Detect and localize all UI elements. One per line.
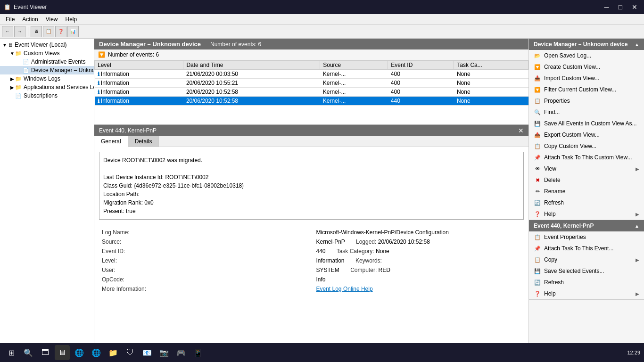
maximize-button[interactable]: □ (616, 2, 625, 12)
col-eventid[interactable]: Event ID (388, 61, 454, 70)
mail-taskbar[interactable]: 📧 (140, 345, 155, 360)
actions-section-header-device-manager[interactable]: Device Manager – Unknown device ▲ (529, 39, 644, 50)
tab-general[interactable]: General (94, 136, 128, 147)
tree-item-custom-views[interactable]: ▼ 📁 Custom Views (0, 49, 94, 58)
action-help-section1[interactable]: ❓ Help ▶ (529, 208, 644, 220)
custom-views-icon: 📁 (15, 50, 22, 57)
expand-root[interactable]: ▼ (2, 42, 8, 48)
tree-item-root[interactable]: ▼ 🖥 Event Viewer (Local) (0, 41, 94, 49)
app-title: Event Viewer (14, 4, 47, 10)
meta-user-value: SYSTEM Computer: RED (316, 266, 521, 274)
tree-item-admin-events[interactable]: 📄 Administrative Events (0, 58, 94, 66)
event-properties-icon: 📋 (534, 233, 541, 241)
expand-custom-views[interactable]: ▼ (9, 51, 15, 56)
action-save-all-events[interactable]: 💾 Save All Events in Custom View As... (529, 118, 644, 129)
tree-item-app-services[interactable]: ▶ 📁 Applications and Services Lo (0, 83, 94, 91)
cell-task-2: None (454, 88, 528, 97)
detail-close-button[interactable]: ✕ (518, 127, 524, 134)
chrome-taskbar[interactable]: 🌐 (89, 345, 104, 360)
meta-eventid-value: 440 Task Category: None (316, 247, 521, 255)
action-event-properties[interactable]: 📋 Event Properties (529, 231, 644, 243)
attach-task-event-icon: 📌 (534, 245, 541, 252)
taskbar-time: 12:29 (627, 350, 640, 355)
event-count-badge: Number of events: 6 (210, 41, 261, 48)
action-delete[interactable]: ✖ Delete (529, 174, 644, 186)
col-datetime[interactable]: Date and Time (183, 61, 320, 70)
action-view[interactable]: 👁 View ▶ (529, 163, 644, 174)
table-header-row: Level Date and Time Source Event ID Task… (95, 61, 528, 70)
meta-opcode-label: OpCode: (102, 275, 307, 284)
create-custom-view-button[interactable]: 📋 (43, 26, 54, 37)
files-taskbar[interactable]: 📁 (106, 345, 121, 360)
expand-app-services[interactable]: ▶ (9, 85, 15, 90)
event-log-online-help-link[interactable]: Event Log Online Help (316, 286, 373, 292)
action-attach-task-custom-view[interactable]: 📌 Attach Task To This Custom View... (529, 152, 644, 163)
properties-button[interactable]: 📊 (67, 26, 79, 37)
action-help-section2[interactable]: ❓ Help ▶ (529, 288, 644, 299)
action-create-custom-view[interactable]: 🔽 Create Custom View... (529, 61, 644, 73)
action-copy[interactable]: 📋 Copy ▶ (529, 254, 644, 265)
edge-taskbar[interactable]: 🌐 (72, 345, 87, 360)
action-label-rename: Rename (544, 188, 565, 195)
cell-eventid-0: 400 (388, 70, 454, 79)
actions-section-header-event440[interactable]: Event 440, Kernel-PnP ▲ (529, 220, 644, 231)
minimize-button[interactable]: ─ (602, 2, 612, 12)
table-row-selected[interactable]: ℹ Information 20/06/2020 10:52:58 Kernel… (95, 97, 528, 106)
action-export-custom-view[interactable]: 📤 Export Custom View... (529, 129, 644, 140)
menu-action[interactable]: Action (18, 15, 41, 24)
action-copy-custom-view[interactable]: 📋 Copy Custom View... (529, 140, 644, 152)
game-taskbar[interactable]: 🎮 (173, 345, 189, 360)
help-button[interactable]: ❓ (55, 26, 66, 37)
action-import-custom-view[interactable]: 📥 Import Custom View... (529, 73, 644, 84)
show-hide-scope-button[interactable]: 🖥 (31, 26, 42, 37)
col-source[interactable]: Source (320, 61, 388, 70)
col-level[interactable]: Level (95, 61, 183, 70)
shield-taskbar[interactable]: 🛡 (123, 345, 138, 360)
action-refresh-section2[interactable]: 🔄 Refresh (529, 277, 644, 288)
detail-title: Event 440, Kernel-PnP (99, 127, 157, 134)
menu-bar: File Action View Help (0, 14, 644, 25)
action-label-save-all-events: Save All Events in Custom View As... (544, 120, 637, 127)
app-services-icon: 📁 (15, 84, 22, 90)
tree-item-subscriptions[interactable]: 📄 Subscriptions (0, 91, 94, 100)
tree-label-custom-views: Custom Views (24, 50, 59, 57)
table-row[interactable]: ℹ Information 20/06/2020 10:55:21 Kernel… (95, 79, 528, 88)
back-button[interactable]: ← (2, 26, 13, 37)
tab-details[interactable]: Details (128, 136, 159, 147)
tree-item-windows-logs[interactable]: ▶ 📁 Windows Logs (0, 74, 94, 83)
chevron-icon-event440: ▲ (635, 223, 639, 229)
root-icon: 🖥 (8, 42, 13, 48)
help-icon-section2: ❓ (534, 290, 541, 297)
properties-icon: 📋 (534, 97, 541, 105)
forward-button[interactable]: → (14, 26, 25, 37)
expand-windows-logs[interactable]: ▶ (9, 76, 15, 82)
phone-taskbar[interactable]: 📱 (190, 345, 206, 360)
action-find[interactable]: 🔍 Find... (529, 107, 644, 118)
cell-level-0: ℹ Information (95, 70, 183, 79)
camera-taskbar[interactable]: 📷 (157, 345, 172, 360)
action-refresh-section1[interactable]: 🔄 Refresh (529, 197, 644, 208)
filter-icon: 🔽 (98, 51, 105, 58)
table-row[interactable]: ℹ Information 21/06/2020 00:03:50 Kernel… (95, 70, 528, 79)
event-viewer-taskbar[interactable]: 🖥 (55, 345, 70, 360)
action-attach-task-event[interactable]: 📌 Attach Task To This Event... (529, 243, 644, 254)
action-label-attach-task-event: Attach Task To This Event... (544, 245, 613, 252)
action-save-selected-events[interactable]: 💾 Save Selected Events... (529, 265, 644, 277)
title-bar-controls: ─ □ ✕ (602, 2, 640, 12)
menu-help[interactable]: Help (62, 15, 81, 24)
menu-view[interactable]: View (42, 15, 62, 24)
events-table[interactable]: Level Date and Time Source Event ID Task… (94, 60, 528, 124)
action-open-saved-log[interactable]: 📂 Open Saved Log... (529, 50, 644, 61)
filter-count-label: Number of events: 6 (108, 51, 159, 58)
search-taskbar-button[interactable]: 🔍 (21, 345, 36, 360)
menu-file[interactable]: File (2, 15, 18, 24)
action-filter-current-view[interactable]: 🔽 Filter Current Custom View... (529, 84, 644, 95)
action-properties[interactable]: 📋 Properties (529, 95, 644, 107)
tree-item-device-manager[interactable]: 📄 Device Manager – Unkno (0, 66, 94, 74)
col-taskcat[interactable]: Task Ca... (454, 61, 528, 70)
close-button[interactable]: ✕ (629, 2, 640, 12)
table-row[interactable]: ℹ Information 20/06/2020 10:52:58 Kernel… (95, 88, 528, 97)
start-button[interactable]: ⊞ (4, 345, 19, 360)
action-rename[interactable]: ✏ Rename (529, 186, 644, 197)
task-view-button[interactable]: 🗔 (38, 345, 53, 360)
